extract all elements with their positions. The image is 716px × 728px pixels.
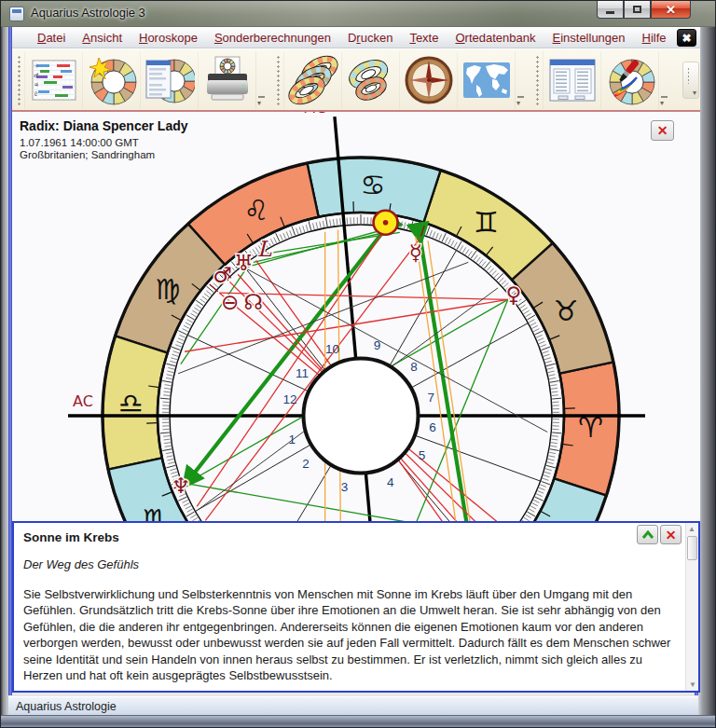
maximize-button[interactable] xyxy=(624,1,651,19)
scrollbar-thumb[interactable] xyxy=(687,536,697,560)
toolbar-button-world-map[interactable] xyxy=(457,51,515,109)
toolbar-button-print-chart[interactable] xyxy=(198,51,255,109)
toolbar-button-orte-list-dialog[interactable] xyxy=(543,51,600,109)
app-icon xyxy=(9,7,24,21)
toolbar-drag-handle[interactable] xyxy=(534,55,541,105)
toolbar-overflow-button[interactable] xyxy=(515,51,525,109)
scroll-up-icon[interactable]: ▲ xyxy=(688,525,695,533)
toolbar-overflow-button[interactable] xyxy=(658,51,668,109)
menu-item-hilfe[interactable]: Hilfe xyxy=(634,29,675,47)
window-title: Aquarius Astrologie 3 xyxy=(31,6,145,20)
orte-list-dialog-icon xyxy=(547,55,598,105)
menu-item-ansicht[interactable]: Ansicht xyxy=(74,29,131,47)
window-frame-bottom xyxy=(1,715,716,727)
radix-wheel: ♈♉♊♋♌♍♎♏♐♑♒♓☿♀♂♅L⊖☊♆123456789101112MCAC xyxy=(12,112,700,521)
toolbar-button-paint-wheel[interactable] xyxy=(600,51,658,109)
menu-item-sonderberechnungen[interactable]: Sonderberechnungen xyxy=(206,29,339,47)
menu-bar: DateiAnsichtHoroskopeSonderberechnungenD… xyxy=(12,27,700,48)
toolbar-button-wheel-stack[interactable] xyxy=(283,51,341,109)
toolbar-button-ephemeris-chart[interactable]: ☉♂♃♇ xyxy=(24,51,82,109)
toolbar-collapsed-group[interactable] xyxy=(682,62,699,99)
svg-text:♃: ♃ xyxy=(34,81,38,88)
chevron-up-icon xyxy=(641,530,654,540)
mdi-restore-button[interactable]: ✖ xyxy=(677,29,696,47)
toolbar-overflow-button[interactable] xyxy=(255,51,266,109)
chart-location: Großbritanien; Sandringham xyxy=(20,149,188,160)
interpretation-panel: Sonne im Krebs Der Weg des Gefühls Sie S… xyxy=(12,521,700,693)
house-number-4: 4 xyxy=(387,475,394,489)
scroll-down-icon[interactable]: ▼ xyxy=(689,680,696,689)
house-number-8: 8 xyxy=(410,360,418,374)
ephemeris-chart-icon: ☉♂♃♇ xyxy=(29,55,79,105)
paint-wheel-icon xyxy=(605,55,655,105)
menu-item-datei[interactable]: Datei xyxy=(29,29,74,47)
sign-glyph-taurus: ♉ xyxy=(554,295,579,327)
panel-collapse-button[interactable] xyxy=(637,525,658,544)
interpretation-heading: Sonne im Krebs xyxy=(23,530,676,544)
toolbar-button-new-horoscope-wheel[interactable] xyxy=(82,51,140,109)
minimize-button[interactable] xyxy=(597,1,624,19)
planet-lilith: L xyxy=(257,237,272,261)
planet-uranus: ♅ xyxy=(234,251,254,275)
chart-panel: ♈♉♊♋♌♍♎♏♐♑♒♓☿♀♂♅L⊖☊♆123456789101112MCAC … xyxy=(12,112,700,521)
chart-datetime: 1.07.1961 14:00:00 GMT xyxy=(20,137,188,148)
title-bar[interactable]: Aquarius Astrologie 3 ✕ xyxy=(1,1,716,27)
horoscope-data-dialog-icon xyxy=(145,55,195,105)
toolbar-button-compass[interactable] xyxy=(399,51,457,109)
planet-venus: ♀ xyxy=(506,282,522,307)
chart-header: Radix: Diana Spencer Lady 1.07.1961 14:0… xyxy=(20,118,188,160)
window-frame-left xyxy=(1,27,8,727)
toolbar: ☉♂♃♇ xyxy=(12,48,700,110)
new-horoscope-wheel-icon xyxy=(87,55,137,105)
planet-sun xyxy=(374,211,398,235)
interpretation-paragraph: Sie Selbstverwirklichung und Selbsterken… xyxy=(23,586,676,683)
toolbar-drag-handle[interactable] xyxy=(16,55,22,105)
compass-icon xyxy=(404,55,454,105)
house-number-9: 9 xyxy=(374,338,381,352)
toolbar-group xyxy=(533,51,668,109)
sign-glyph-scorpio: ♏ xyxy=(143,503,168,521)
planet-neptune: ♆ xyxy=(172,474,191,498)
sign-glyph-leo: ♌ xyxy=(243,194,268,227)
chart-title: Radix: Diana Spencer Lady xyxy=(20,118,188,133)
wheel-stack-icon xyxy=(288,55,338,105)
close-icon: ✕ xyxy=(666,4,676,16)
toolbar-group: ☉♂♃♇ xyxy=(15,51,266,109)
toolbar-group xyxy=(274,51,525,109)
print-chart-icon xyxy=(202,55,253,105)
wheel-overlay-icon xyxy=(346,55,396,105)
close-button[interactable]: ✕ xyxy=(651,1,691,19)
panel-scrollbar[interactable]: ▲ ▼ xyxy=(685,523,698,691)
menu-item-ortedatenbank[interactable]: Ortedatenbank xyxy=(447,29,544,47)
chart-close-button[interactable]: ✕ xyxy=(651,120,674,141)
menu-item-horoskope[interactable]: Horoskope xyxy=(131,29,206,47)
panel-close-button[interactable]: ✕ xyxy=(660,525,682,544)
toolbar-button-wheel-overlay[interactable] xyxy=(341,51,399,109)
maximize-icon xyxy=(633,6,641,13)
ac-label: AC xyxy=(73,392,93,410)
planet-mercury: ☿ xyxy=(409,240,422,265)
menu-item-drucken[interactable]: Drucken xyxy=(339,29,401,47)
house-number-7: 7 xyxy=(428,391,435,405)
world-map-icon xyxy=(461,55,512,105)
house-number-1: 1 xyxy=(288,433,296,446)
toolbar-drag-handle[interactable] xyxy=(275,55,282,105)
status-text: Aquarius Astrologie xyxy=(16,700,117,713)
house-number-5: 5 xyxy=(419,448,426,462)
svg-text:♇: ♇ xyxy=(34,90,38,97)
svg-text:♂: ♂ xyxy=(34,72,38,78)
menu-item-texte[interactable]: Texte xyxy=(401,29,447,47)
toolbar-button-horoscope-data-dialog[interactable] xyxy=(140,51,198,109)
mc-label: MC xyxy=(303,112,326,117)
menu-item-einstellungen[interactable]: Einstellungen xyxy=(544,29,633,47)
house-number-3: 3 xyxy=(341,480,349,494)
interpretation-subtitle: Der Weg des Gefühls xyxy=(23,557,676,571)
planet-mars: ♂ xyxy=(213,263,232,287)
sign-glyph-virgo: ♍ xyxy=(155,273,180,306)
sign-glyph-cancer: ♋ xyxy=(360,169,385,201)
house-number-12: 12 xyxy=(282,392,296,406)
house-number-6: 6 xyxy=(429,420,436,434)
house-number-10: 10 xyxy=(325,342,339,356)
svg-text:☉: ☉ xyxy=(34,62,38,69)
house-number-2: 2 xyxy=(302,457,310,471)
